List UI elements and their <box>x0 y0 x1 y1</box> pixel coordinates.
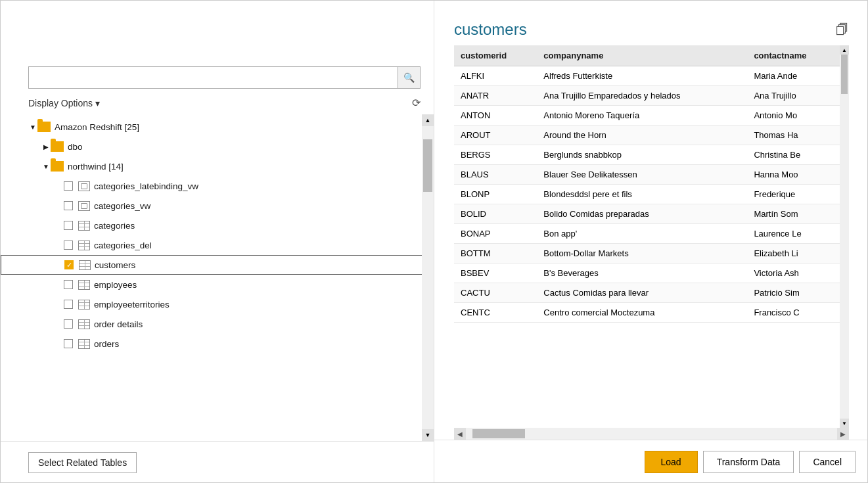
table-row: BLAUSBlauer See DelikatessenHanna Moo <box>454 165 840 185</box>
table-row: BERGSBerglunds snabbkopChristina Be <box>454 145 840 165</box>
tree-scrollbar: ▲ ▼ <box>422 114 434 441</box>
transform-button[interactable]: Transform Data <box>703 451 794 473</box>
table-cell: Bon app' <box>537 224 747 244</box>
checkbox-employeeterritories[interactable] <box>64 300 73 309</box>
tree-area[interactable]: ▼ Amazon Redshift [25] ▶ dbo ▼ northwind… <box>1 114 434 441</box>
table-cell: BERGS <box>454 145 537 165</box>
tree-item-categories-latebinding-vw[interactable]: categories_latebinding_vw <box>1 176 434 196</box>
table-row: ANTONAntonio Moreno TaqueríaAntonio Mo <box>454 106 840 126</box>
preview-title: customers <box>454 20 527 39</box>
table-cell: Elizabeth Li <box>747 244 840 264</box>
search-icon-button[interactable]: 🔍 <box>398 67 420 88</box>
table-row: BLONPBlondesddsl pere et filsFrederique <box>454 185 840 204</box>
tree-item-categories-vw[interactable]: categories_vw <box>1 196 434 216</box>
checkbox-categories-vw[interactable] <box>64 201 73 210</box>
table-cell: Hanna Moo <box>747 165 840 185</box>
load-button[interactable]: Load <box>645 451 698 473</box>
tree-label-employeeterritories: employeeterritories <box>94 300 170 310</box>
table-cell: Antonio Moreno Taquería <box>537 106 747 126</box>
tree-item-customers[interactable]: ✓ customers <box>1 255 434 275</box>
table-row: BOLIDBolido Comidas preparadasMartín Som <box>454 204 840 224</box>
table-cell: Alfreds Futterkiste <box>537 66 747 86</box>
tree-item-northwind[interactable]: ▼ northwind [14] <box>1 156 434 176</box>
table-cell: Christina Be <box>747 145 840 165</box>
checkbox-categories-latebinding-vw[interactable] <box>64 181 73 191</box>
table-scroll-up[interactable]: ▲ <box>840 45 849 55</box>
bottom-bar-right: Load Transform Data Cancel <box>434 440 868 483</box>
table-cell: Centro comercial Moctezuma <box>537 303 747 323</box>
tree-label-order-details: order details <box>94 319 143 329</box>
table-cell: BLAUS <box>454 165 537 185</box>
table-vscroll: ▲ ▼ <box>840 45 849 428</box>
tree-item-dbo[interactable]: ▶ dbo <box>1 137 434 156</box>
table-cell: ANTON <box>454 106 537 126</box>
tree-scroll-down[interactable]: ▼ <box>422 429 434 441</box>
tree-item-categories[interactable]: categories <box>1 216 434 235</box>
col-companyname: companyname <box>537 45 747 66</box>
checkbox-employees[interactable] <box>64 280 73 289</box>
table-hscroll: ◀ ▶ <box>454 428 849 440</box>
table-cell: Victoria Ash <box>747 264 840 283</box>
table-cell: ALFKI <box>454 66 537 86</box>
table-cell: CENTC <box>454 303 537 323</box>
view-icon-clbvw <box>78 181 90 191</box>
table-cell: BOLID <box>454 204 537 224</box>
table-row: CACTUCactus Comidas para llevarPatricio … <box>454 283 840 303</box>
table-icon-employees <box>78 280 90 290</box>
refresh-icon[interactable]: ⟳ <box>412 97 421 109</box>
display-options-button[interactable]: Display Options ▾ <box>28 98 100 108</box>
chevron-down-icon: ▾ <box>95 98 100 108</box>
tree-label-categories-latebinding-vw: categories_latebinding_vw <box>94 181 198 191</box>
table-cell: BSBEV <box>454 264 537 283</box>
folder-icon-northwind <box>51 161 64 172</box>
view-icon-cvw <box>78 201 90 211</box>
hscroll-right[interactable]: ▶ <box>837 428 849 440</box>
table-row: ANATRAna Trujillo Emparedados y heladosA… <box>454 86 840 106</box>
table-cell: Bolido Comidas preparadas <box>537 204 747 224</box>
cancel-button[interactable]: Cancel <box>799 451 856 473</box>
search-area: 🔍 <box>1 1 434 89</box>
save-icon[interactable]: 🗍 <box>836 22 849 37</box>
table-cell: AROUT <box>454 126 537 145</box>
table-cell: Blauer See Delikatessen <box>537 165 747 185</box>
table-cell: Frederique <box>747 185 840 204</box>
table-cell: Francisco C <box>747 303 840 323</box>
tree-item-amazon[interactable]: ▼ Amazon Redshift [25] <box>1 117 434 137</box>
tree-label-amazon: Amazon Redshift [25] <box>55 122 139 132</box>
checkbox-order-details[interactable] <box>64 319 73 329</box>
table-cell: Around the Horn <box>537 126 747 145</box>
table-icon-orders <box>78 339 90 349</box>
table-scroll-track <box>840 55 849 419</box>
tree-label-categories-del: categories_del <box>94 241 152 250</box>
select-related-button[interactable]: Select Related Tables <box>28 452 137 473</box>
table-cell: B's Beverages <box>537 264 747 283</box>
hscroll-left[interactable]: ◀ <box>454 428 466 440</box>
table-scroll-thumb <box>841 55 848 94</box>
table-row: ALFKIAlfreds FutterkisteMaria Ande <box>454 66 840 86</box>
checkbox-customers[interactable]: ✓ <box>64 260 74 269</box>
hscroll-track <box>466 429 837 438</box>
checkbox-categories[interactable] <box>64 221 73 230</box>
tree-item-orders[interactable]: orders <box>1 334 434 354</box>
table-row: AROUTAround the HornThomas Ha <box>454 126 840 145</box>
checkbox-orders[interactable] <box>64 339 73 348</box>
table-cell: BOTTM <box>454 244 537 264</box>
tree-scroll-up[interactable]: ▲ <box>422 114 434 126</box>
preview-title-row: customers 🗍 <box>434 1 868 45</box>
table-scroll-down[interactable]: ▼ <box>840 419 849 428</box>
tree-item-order-details[interactable]: order details <box>1 314 434 334</box>
table-cell: Maria Ande <box>747 66 840 86</box>
checkbox-categories-del[interactable] <box>64 241 73 250</box>
table-row: BONAPBon app'Laurence Le <box>454 224 840 244</box>
folder-icon-amazon <box>37 122 51 132</box>
tree-item-employeeterritories[interactable]: employeeterritories <box>1 294 434 314</box>
table-scroll-area: customerid companyname contactname ALFKI… <box>454 45 840 428</box>
preview-table: customerid companyname contactname ALFKI… <box>454 45 840 323</box>
tree-item-categories-del[interactable]: categories_del <box>1 235 434 255</box>
table-cell: Blondesddsl pere et fils <box>537 185 747 204</box>
search-input[interactable] <box>29 67 398 88</box>
table-icon-employeeterritories <box>78 300 90 310</box>
tree-item-employees[interactable]: employees <box>1 275 434 294</box>
folder-icon-dbo <box>51 141 64 152</box>
display-options-label: Display Options <box>28 98 93 108</box>
